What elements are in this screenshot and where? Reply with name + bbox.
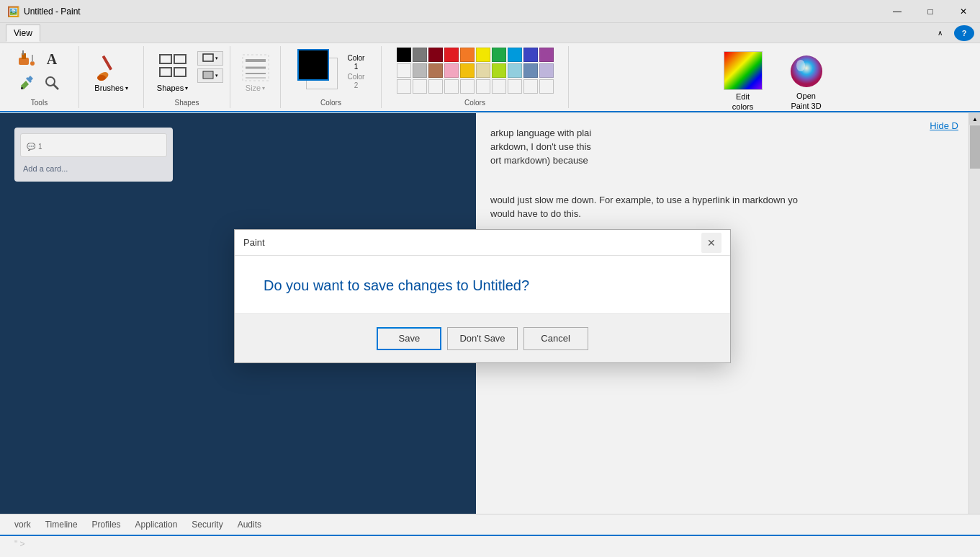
dialog-question: Do you want to save changes to Untitled? <box>264 277 701 294</box>
dialog-title: Paint <box>243 237 265 248</box>
modal-overlay: Paint ✕ Do you want to save changes to U… <box>0 0 980 557</box>
dialog-footer: Save Don't Save Cancel <box>235 313 730 362</box>
dialog-titlebar: Paint ✕ <box>235 230 730 256</box>
save-dialog: Paint ✕ Do you want to save changes to U… <box>234 229 731 363</box>
save-button[interactable]: Save <box>377 327 441 350</box>
cancel-button[interactable]: Cancel <box>523 327 588 350</box>
dont-save-button[interactable]: Don't Save <box>447 327 517 350</box>
dialog-close-button[interactable]: ✕ <box>701 233 721 253</box>
dialog-body: Do you want to save changes to Untitled? <box>235 256 730 313</box>
